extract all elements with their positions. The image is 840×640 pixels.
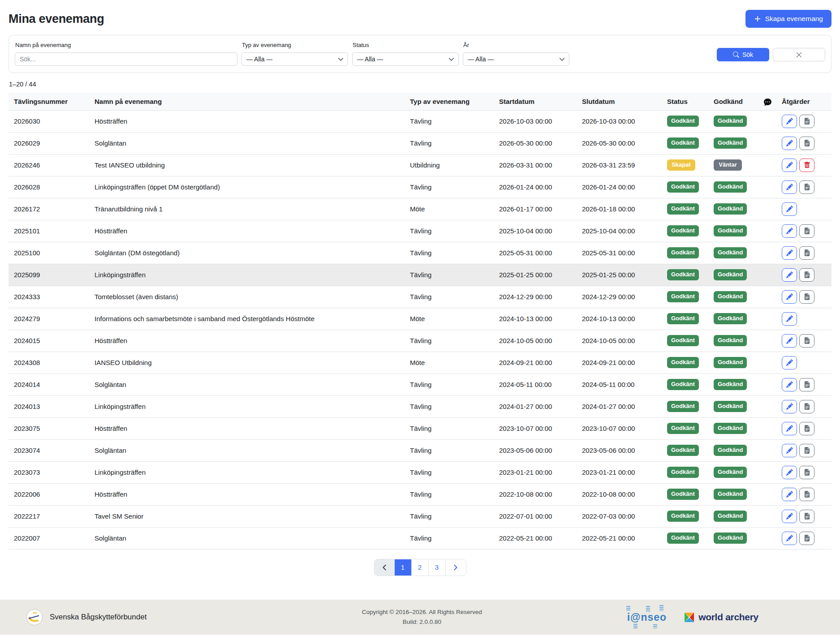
edit-event-button[interactable] [782, 378, 797, 391]
edit-event-button[interactable] [782, 312, 797, 326]
edit-event-button[interactable] [782, 356, 797, 369]
event-report-button[interactable] [799, 290, 814, 304]
event-report-button[interactable] [799, 400, 814, 413]
event-end-date: 2025-01-25 00:00 [577, 264, 662, 286]
edit-event-button[interactable] [782, 290, 797, 304]
world-archery-logo[interactable]: world archery [684, 612, 758, 623]
previous-page-button[interactable] [375, 559, 395, 576]
table-row: 2024333Tomteblosset (även distans)Tävlin… [9, 286, 831, 308]
col-header-name: Namn på evenemang [89, 93, 405, 110]
event-name: Test IANSEO utbildning [89, 154, 405, 176]
event-start-date: 2023-01-21 00:00 [494, 461, 577, 483]
pencil-icon [786, 491, 793, 498]
edit-event-button[interactable] [782, 224, 797, 238]
edit-event-button[interactable] [782, 422, 797, 435]
footer-org: Svenska Bågskytteförbundet [26, 609, 219, 626]
event-end-date: 2024-10-05 00:00 [577, 330, 662, 352]
event-number: 2024015 [9, 330, 89, 352]
pagination: 123 [374, 559, 466, 576]
event-report-button[interactable] [799, 268, 814, 282]
chevron-right-icon [452, 564, 459, 571]
approved-badge: Godkänd [714, 423, 747, 434]
event-start-date: 2026-01-17 00:00 [494, 198, 577, 220]
table-row: 2024308IANSEO UtbildningMöte2024-09-21 0… [9, 352, 831, 374]
edit-event-button[interactable] [782, 334, 797, 348]
event-report-button[interactable] [799, 422, 814, 435]
edit-event-button[interactable] [782, 510, 797, 523]
status-badge: Godkänt [667, 423, 699, 434]
event-report-button[interactable] [799, 137, 814, 150]
search-button[interactable]: Sök [717, 48, 769, 61]
event-report-button[interactable] [799, 488, 814, 501]
approved-badge: Godkänd [714, 313, 747, 324]
event-report-button[interactable] [799, 532, 814, 545]
filter-name-label: Namn på evenemang [15, 42, 237, 48]
edit-event-button[interactable] [782, 268, 797, 282]
event-number: 2022006 [9, 483, 89, 505]
delete-event-button[interactable] [799, 159, 814, 172]
file-text-icon [804, 140, 810, 146]
event-report-button[interactable] [799, 510, 814, 523]
page-button-3[interactable]: 3 [429, 559, 446, 576]
event-type-select[interactable]: — Alla — [241, 52, 348, 66]
status-select[interactable]: — Alla — [352, 52, 459, 66]
status-badge: Godkänt [667, 116, 699, 126]
edit-event-button[interactable] [782, 400, 797, 413]
event-name: Höstträffen [89, 220, 405, 242]
main-content: Mina evenemang Skapa evenemang Namn på e… [0, 0, 840, 576]
page-button-1[interactable]: 1 [395, 559, 412, 576]
event-name: Höstträffen [89, 483, 405, 505]
edit-event-button[interactable] [782, 488, 797, 501]
edit-event-button[interactable] [782, 444, 797, 457]
event-report-button[interactable] [799, 334, 814, 348]
edit-event-button[interactable] [782, 159, 797, 172]
edit-event-button[interactable] [782, 466, 797, 479]
status-badge: Godkänt [667, 269, 699, 280]
edit-event-button[interactable] [782, 137, 797, 150]
approved-badge: Väntar [714, 159, 742, 170]
row-actions [782, 400, 826, 413]
edit-event-button[interactable] [782, 202, 797, 216]
edit-event-button[interactable] [782, 532, 797, 545]
file-text-icon [804, 249, 810, 256]
event-start-date: 2026-03-31 00:00 [494, 154, 577, 176]
pencil-icon [786, 140, 793, 146]
edit-event-button[interactable] [782, 115, 797, 128]
edit-event-button[interactable] [782, 180, 797, 194]
chat-dots-icon [758, 93, 776, 110]
next-page-button[interactable] [446, 559, 466, 576]
filter-actions: Sök [717, 48, 825, 61]
event-report-button[interactable] [799, 224, 814, 238]
event-report-button[interactable] [799, 246, 814, 260]
ianseo-logo-text: i@nseo [627, 611, 667, 623]
ianseo-logo[interactable]: i@nseo [625, 607, 669, 628]
event-name-search-input[interactable] [15, 52, 237, 66]
event-end-date: 2022-07-03 00:00 [577, 505, 662, 527]
event-report-button[interactable] [799, 466, 814, 479]
event-report-button[interactable] [799, 378, 814, 391]
page-button-2[interactable]: 2 [412, 559, 429, 576]
event-start-date: 2025-01-25 00:00 [494, 264, 577, 286]
edit-event-button[interactable] [782, 246, 797, 260]
table-row: 2023075HöstträffenTävling2023-10-07 00:0… [9, 417, 831, 439]
event-number: 2024014 [9, 374, 89, 395]
event-type: Tävling [405, 110, 494, 132]
event-start-date: 2024-10-05 00:00 [494, 330, 577, 352]
clear-filters-button[interactable] [773, 48, 825, 61]
comments-cell [758, 264, 776, 286]
event-number: 2026246 [9, 154, 89, 176]
event-name: IANSEO Utbildning [89, 352, 405, 374]
pencil-icon [786, 381, 793, 388]
create-event-button[interactable]: Skapa evenemang [745, 10, 831, 28]
status-badge: Godkänt [667, 533, 699, 543]
year-select[interactable]: — Alla — [463, 52, 569, 66]
event-report-button[interactable] [799, 444, 814, 457]
approved-badge: Godkänd [714, 247, 747, 258]
event-number: 2026030 [9, 110, 89, 132]
event-end-date: 2023-01-21 00:00 [577, 461, 662, 483]
page-title: Mina evenemang [9, 12, 104, 26]
event-number: 2023073 [9, 461, 89, 483]
row-actions [782, 488, 826, 501]
event-report-button[interactable] [799, 115, 814, 128]
event-report-button[interactable] [799, 180, 814, 194]
